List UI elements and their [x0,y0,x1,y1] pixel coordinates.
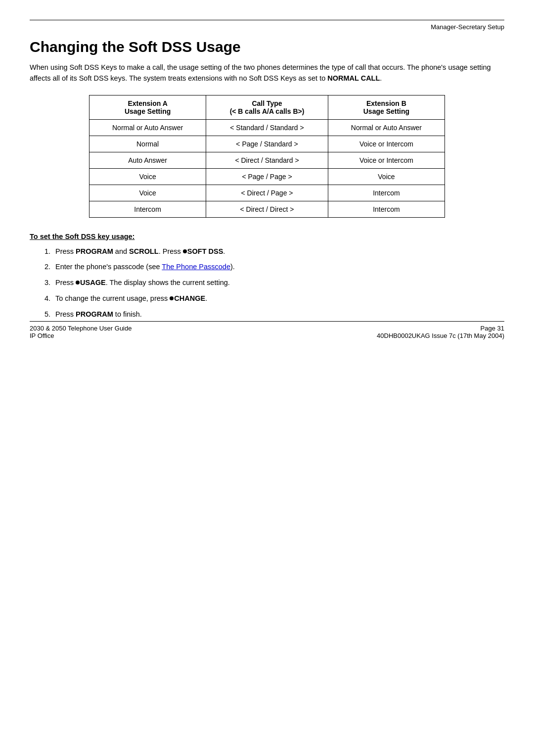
table-row: Voice< Page / Page >Voice [89,168,445,185]
footer-product: IP Office [30,332,132,339]
usage-bold: USAGE [80,279,106,286]
cell-3-1: < Page / Page > [206,168,328,185]
steps-section: To set the Soft DSS key usage: Press PRO… [30,233,504,320]
step-1: Press PROGRAM and SCROLL. Press SOFT DSS… [44,246,504,257]
footer-left: 2030 & 2050 Telephone User Guide IP Offi… [30,325,132,339]
col-header-call-type: Call Type(< B calls A/A calls B>) [206,95,328,119]
cell-4-1: < Direct / Page > [206,185,328,201]
program-bold-2: PROGRAM [76,310,113,318]
step-3: Press USAGE. The display shows the curre… [44,278,504,288]
intro-paragraph: When using Soft DSS Keys to make a call,… [30,62,504,84]
cell-3-0: Voice [89,168,206,185]
bullet-dot-1 [183,249,187,253]
program-bold: PROGRAM [76,247,113,255]
footer-right: Page 31 40DHB0002UKAG Issue 7c (17th May… [377,325,504,339]
cell-3-2: Voice [328,168,445,185]
cell-5-1: < Direct / Direct > [206,201,328,217]
step-4: To change the current usage, press CHANG… [44,293,504,304]
table-row: Voice< Direct / Page >Intercom [89,185,445,201]
cell-5-0: Intercom [89,201,206,217]
cell-5-2: Intercom [328,201,445,217]
cell-0-1: < Standard / Standard > [206,119,328,136]
cell-1-0: Normal [89,136,206,152]
header-section: Manager-Secretary Setup [30,23,504,31]
cell-4-0: Voice [89,185,206,201]
table-row: Intercom< Direct / Direct >Intercom [89,201,445,217]
footer-issue: 40DHB0002UKAG Issue 7c (17th May 2004) [377,332,504,339]
cell-0-2: Normal or Auto Answer [328,119,445,136]
dss-usage-table: Extension AUsage Setting Call Type(< B c… [89,95,445,218]
table-row: Normal or Auto Answer< Standard / Standa… [89,119,445,136]
steps-heading: To set the Soft DSS key usage: [30,233,504,240]
change-bold: CHANGE [174,294,205,302]
col-header-ext-a: Extension AUsage Setting [89,95,206,119]
footer-page-number: Page 31 [377,325,504,332]
cell-2-1: < Direct / Standard > [206,152,328,168]
bullet-dot-3 [76,281,80,284]
table-row: Normal< Page / Standard >Voice or Interc… [89,136,445,152]
normal-call-bold: NORMAL CALL [327,74,380,82]
scroll-bold: SCROLL [129,247,159,255]
steps-list: Press PROGRAM and SCROLL. Press SOFT DSS… [30,246,504,320]
cell-0-0: Normal or Auto Answer [89,119,206,136]
cell-1-1: < Page / Standard > [206,136,328,152]
soft-dss-bold: SOFT DSS [187,247,223,255]
page-footer: 2030 & 2050 Telephone User Guide IP Offi… [30,321,504,339]
col-header-ext-b: Extension BUsage Setting [328,95,445,119]
footer-guide-title: 2030 & 2050 Telephone User Guide [30,325,132,332]
cell-2-2: Voice or Intercom [328,152,445,168]
phone-passcode-link[interactable]: The Phone Passcode [162,263,230,271]
cell-1-2: Voice or Intercom [328,136,445,152]
page-container: Manager-Secretary Setup Changing the Sof… [0,0,534,354]
cell-4-2: Intercom [328,185,445,201]
table-row: Auto Answer< Direct / Standard >Voice or… [89,152,445,168]
step-2: Enter the phone's passcode (see The Phon… [44,262,504,273]
cell-2-0: Auto Answer [89,152,206,168]
header-line [30,20,504,20]
page-title: Changing the Soft DSS Usage [30,39,504,55]
step-5: Press PROGRAM to finish. [44,309,504,320]
bullet-dot-4 [170,296,174,300]
